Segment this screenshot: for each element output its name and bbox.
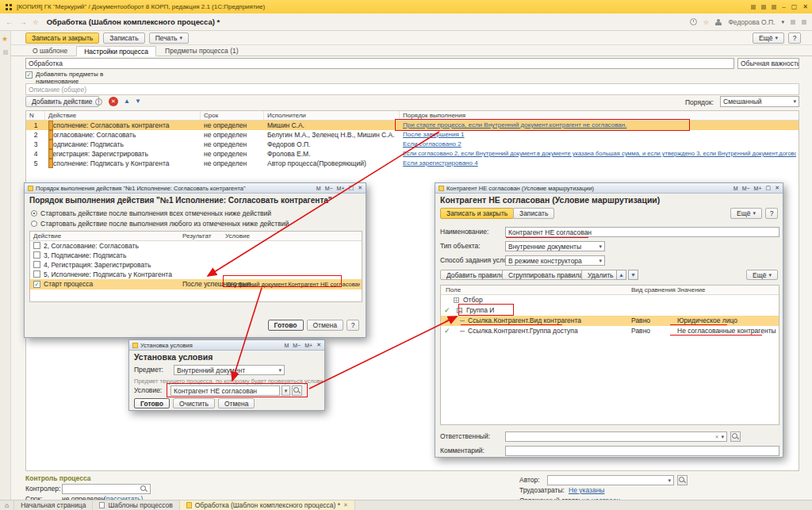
clear-icon[interactable]: ✕ <box>714 434 718 439</box>
favorite-star-icon[interactable]: ☆ <box>33 18 39 26</box>
object-type-select[interactable]: Внутренние документы ▾ <box>505 241 605 251</box>
save-button[interactable]: Записать <box>103 33 144 44</box>
author-search-button[interactable] <box>677 475 688 485</box>
move-down-icon[interactable]: ▼ <box>135 98 141 105</box>
titlebar-icon[interactable] <box>772 5 776 10</box>
author-input[interactable]: ▾ <box>547 475 674 485</box>
font-icon[interactable]: М <box>733 186 738 191</box>
deadline-icon[interactable] <box>95 98 102 105</box>
tab-subjects[interactable]: Предметы процесса (1) <box>158 45 246 56</box>
search-icon[interactable] <box>140 485 147 493</box>
dialog-titlebar[interactable]: Порядок выполнения действия "№1 Исполнен… <box>25 183 366 194</box>
order-row[interactable]: 3, Подписание: Подписать <box>30 251 362 260</box>
order-link[interactable]: При старте процесса, если Внутренний док… <box>403 121 626 128</box>
group-rules-button[interactable]: Сгруппировать правила <box>502 270 589 280</box>
taskbar-tab-current[interactable]: Обработка (Шаблон комплексного процесса)… <box>180 500 355 510</box>
col-term[interactable]: Срок <box>201 111 264 121</box>
app-menu-icon[interactable] <box>6 4 8 6</box>
close-icon[interactable]: ✕ <box>343 502 348 508</box>
order-link[interactable]: После завершения 1 <box>403 131 464 138</box>
checkbox[interactable] <box>33 251 40 259</box>
help-button[interactable]: ? <box>765 208 778 219</box>
table-row[interactable]: 1 Исполнение: Согласовать контрагента не… <box>26 121 799 130</box>
importance-select[interactable]: Обычная важность ▾ <box>737 58 799 69</box>
print-button[interactable]: Печать ▾ <box>149 33 189 44</box>
more-button[interactable]: Ещё ▾ <box>746 270 778 280</box>
checkbox[interactable] <box>33 270 40 278</box>
order-link[interactable]: Если согласовано 2 <box>403 140 462 148</box>
user-name[interactable]: Федорова О.П. <box>728 18 775 26</box>
order-row[interactable]: 5, Исполнение: Подписать у Контрагента <box>30 270 362 279</box>
condition-choose-button[interactable]: ▾ <box>282 385 290 396</box>
col-executors[interactable]: Исполнители <box>264 111 400 121</box>
done-button[interactable]: Готово <box>268 320 304 331</box>
labor-link[interactable]: Не указаны <box>569 486 604 494</box>
check-icon[interactable]: ✓ <box>444 305 450 316</box>
chevron-down-icon[interactable]: ▾ <box>721 434 724 440</box>
radio-start-after-all[interactable]: Стартовать действие после выполнения все… <box>31 209 271 217</box>
help-button[interactable]: ? <box>347 320 359 331</box>
font-icon[interactable]: М <box>316 186 321 191</box>
name-input[interactable]: Контрагент НЕ согласован <box>505 227 779 237</box>
home-button[interactable]: ⌂ <box>0 500 14 510</box>
cancel-button[interactable]: Отмена <box>307 320 344 331</box>
responsible-input[interactable]: ✕ ▾ <box>505 431 727 442</box>
history-icon[interactable] <box>690 18 697 25</box>
move-down-icon[interactable]: ▼ <box>628 270 638 280</box>
font-plus-icon[interactable]: М+ <box>754 186 762 191</box>
tab-about[interactable]: О шаблоне <box>25 45 75 56</box>
collapse-icon[interactable] <box>457 308 462 313</box>
navbar-icon[interactable] <box>791 20 795 25</box>
controller-input[interactable] <box>62 484 151 494</box>
close-icon[interactable]: ✕ <box>802 3 808 10</box>
check-icon[interactable]: ✓ <box>444 316 450 326</box>
taskbar-tab-start[interactable]: Начальная страница <box>14 500 93 510</box>
col-action[interactable]: Действие <box>45 111 201 121</box>
col-n[interactable]: N <box>26 111 45 121</box>
help-button[interactable]: ? <box>788 33 801 44</box>
font-minus-icon[interactable]: М− <box>325 186 333 191</box>
taskbar-tab-templates[interactable]: Шаблоны процессов <box>93 500 179 510</box>
start-condition[interactable]: Внутренний документ.Контрагент НЕ соглас… <box>227 279 360 290</box>
font-minus-icon[interactable]: М− <box>293 343 301 348</box>
order-row-start[interactable]: ✓ Старт процесса После успешного вып... … <box>30 279 362 290</box>
dialog-titlebar[interactable]: Контрагент НЕ согласован (Условие маршру… <box>435 183 783 194</box>
condition-open-button[interactable] <box>292 385 302 396</box>
font-minus-icon[interactable]: М− <box>742 186 750 191</box>
add-rule-button[interactable]: Добавить правило <box>440 270 511 280</box>
checkbox[interactable] <box>33 261 40 268</box>
tree-row-group[interactable]: ✓ Группа И <box>441 305 779 316</box>
condition-input[interactable]: Контрагент НЕ согласован <box>170 385 280 396</box>
restore-icon[interactable]: ▢ <box>791 3 798 10</box>
panel-icon[interactable] <box>3 50 8 55</box>
restore-icon[interactable]: ▢ <box>349 185 354 191</box>
chevron-down-icon[interactable]: ▾ <box>668 477 671 484</box>
done-button[interactable]: Готово <box>134 398 170 408</box>
forward-icon[interactable]: → <box>19 17 27 26</box>
save-close-button[interactable]: Записать и закрыть <box>440 208 514 219</box>
checkbox[interactable] <box>33 242 40 249</box>
tree-row-root[interactable]: Отбор <box>441 295 779 305</box>
order-select[interactable]: Смешанный ▾ <box>720 96 799 107</box>
description-input[interactable]: Описание (общее) <box>25 83 799 95</box>
condition-method-select[interactable]: В режиме конструктора ▾ <box>505 255 605 266</box>
font-icon[interactable]: М <box>284 343 289 348</box>
radio-start-after-any[interactable]: Стартовать действие после выполнения люб… <box>31 220 289 228</box>
more-button[interactable]: Ещё ▾ <box>753 33 784 44</box>
dialog-titlebar[interactable]: Установка условия М М− М+ ✕ <box>129 340 324 351</box>
favorites-icon[interactable]: ☆ <box>703 18 710 26</box>
close-icon[interactable]: ✕ <box>316 342 321 348</box>
responsible-search-button[interactable] <box>730 431 741 442</box>
order-link[interactable]: Если согласовано 2, если Внутренний доку… <box>403 150 796 157</box>
comment-input[interactable] <box>505 446 779 456</box>
minimize-icon[interactable]: – <box>782 3 785 10</box>
font-plus-icon[interactable]: М+ <box>304 343 312 348</box>
save-close-button[interactable]: Записать и закрыть <box>25 33 99 44</box>
clear-button[interactable]: Очистить <box>173 398 215 408</box>
move-up-icon[interactable]: ▲ <box>616 270 626 280</box>
subject-select[interactable]: Внутренний документ ▾ <box>174 365 285 375</box>
order-link[interactable]: Если зарегистрировано 4 <box>403 159 478 167</box>
delete-rule-button[interactable]: Удалить <box>581 270 619 280</box>
col-order[interactable]: Порядок выполнения <box>400 111 796 121</box>
cancel-button[interactable]: Отмена <box>218 398 255 408</box>
